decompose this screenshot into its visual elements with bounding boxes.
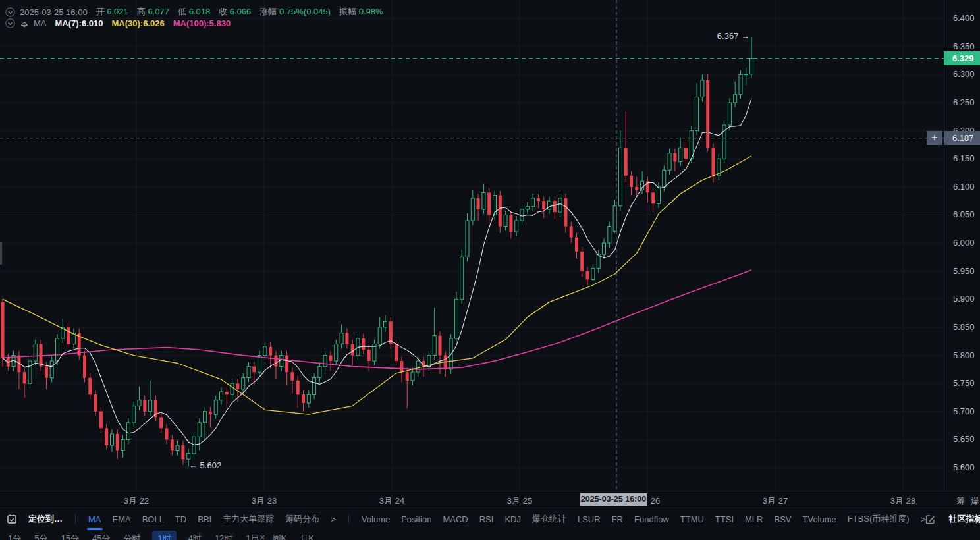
sub-indicator-tabs: VolumePositionMACDRSIKDJ爆仓统计LSURFRFundfl… (362, 513, 910, 525)
overlay-BOLL[interactable]: BOLL (142, 514, 164, 524)
timeframe-周K[interactable]: 周K (271, 531, 288, 540)
indicator-BSV[interactable]: BSV (774, 514, 791, 524)
timeframe-1日[interactable]: 1日 (244, 531, 260, 540)
date-axis[interactable]: 2025-03-25 16:00 筹 爆 3月 223月 233月 243月 2… (0, 491, 980, 508)
open-label: 开 (96, 7, 105, 16)
close-label: 收 (219, 7, 227, 16)
indicator-FTBS(币种维度)[interactable]: FTBS(币种维度) (848, 513, 910, 525)
overlay-indicator-tabs: MAEMABOLLTDBBI主力大单跟踪筹码分布 (88, 513, 319, 525)
date-tick-3月 22: 3月 22 (124, 495, 149, 507)
crosshair-plus-icon[interactable]: + (927, 131, 942, 145)
timeframe-月K[interactable]: 月K (298, 531, 315, 540)
indicator-Volume[interactable]: Volume (362, 514, 390, 524)
open-value: 6.021 (107, 7, 128, 16)
overlay-主力大单跟踪[interactable]: 主力大单跟踪 (223, 513, 274, 525)
high-value: 6.077 (148, 7, 169, 16)
overlay-BBI[interactable]: BBI (198, 514, 211, 524)
timeframe-1分[interactable]: 1分 (7, 531, 22, 540)
low-price-annotation: ← 5.602 (189, 460, 221, 470)
indicator-MACD[interactable]: MACD (443, 514, 468, 524)
timeframe-45分[interactable]: 45分 (91, 531, 111, 540)
community-indicators-button[interactable]: 社区指标 (948, 513, 980, 525)
ma100-value: MA(100):5.830 (173, 18, 231, 28)
date-tick-3月 23: 3月 23 (252, 495, 277, 507)
price-axis[interactable]: 6.4006.3506.3006.2506.2006.1506.1006.050… (944, 0, 980, 491)
trading-chart-window: 2025-03-25 16:00 开 6.021 高 6.077 低 6.018… (0, 0, 980, 540)
bell-icon[interactable] (20, 19, 29, 28)
overlay-MA[interactable]: MA (88, 514, 101, 524)
indicator-RSI[interactable]: RSI (479, 514, 494, 524)
calendar-locate-icon[interactable] (7, 514, 17, 524)
indicator-toolbar: 定位到… MAEMABOLLTDBBI主力大单跟踪筹码分布 > VolumePo… (0, 508, 980, 529)
partial-label-2: 爆 (971, 495, 979, 507)
indicator-FR[interactable]: FR (612, 514, 623, 524)
indicator-MLR[interactable]: MLR (745, 514, 763, 524)
price-tick-6.300: 6.300 (953, 69, 975, 79)
overlay-TD[interactable]: TD (175, 514, 186, 524)
date-tick-3月 28: 3月 28 (890, 495, 915, 507)
locate-button[interactable]: 定位到… (28, 513, 63, 525)
amplitude-value: 0.98% (359, 7, 383, 16)
candlestick-chart[interactable] (0, 0, 944, 491)
price-tick-5.950: 5.950 (953, 266, 975, 276)
low-label: 低 (178, 7, 186, 16)
left-resize-handle[interactable] (0, 242, 2, 265)
close-icon[interactable]: × (259, 530, 265, 540)
price-tick-6.150: 6.150 (953, 153, 975, 163)
collapse-icon[interactable] (5, 18, 15, 28)
overlay-EMA[interactable]: EMA (113, 514, 131, 524)
ma30-value: MA(30):6.026 (111, 18, 164, 28)
edit-icon[interactable] (925, 514, 935, 524)
crosshair-date-badge: 2025-03-25 16:00 (580, 493, 647, 506)
ma-legend: MA MA(7):6.010 MA(30):6.026 MA(100):5.83… (5, 18, 231, 28)
ma-group-label: MA (34, 18, 47, 28)
chevron-more-icon[interactable]: > (921, 514, 926, 524)
high-price-annotation: 6.367 → (697, 31, 749, 41)
indicator-TTMU[interactable]: TTMU (680, 514, 704, 524)
ma7-value: MA(7):6.010 (55, 18, 103, 28)
price-tick-6.350: 6.350 (953, 41, 975, 51)
partial-label-1: 筹 (956, 495, 965, 507)
indicator-TVolume[interactable]: TVolume (803, 514, 836, 524)
date-tick-3月 25: 3月 25 (507, 495, 532, 507)
price-tick-5.600: 5.600 (953, 462, 975, 472)
price-tick-5.650: 5.650 (953, 434, 975, 444)
change-value: 0.75%(0.045) (279, 7, 331, 16)
overlay-筹码分布[interactable]: 筹码分布 (285, 513, 319, 525)
price-tick-6.000: 6.000 (953, 238, 975, 248)
price-tick-5.850: 5.850 (953, 322, 975, 332)
indicator-LSUR[interactable]: LSUR (578, 514, 601, 524)
change-label: 涨幅 (259, 7, 277, 16)
divider (75, 514, 76, 524)
timeframe-12时[interactable]: 12时 (213, 531, 234, 540)
timeframe-bar: 1分5分15分45分分时1时4时12时1日周K月K (0, 529, 980, 540)
timeframe-分时[interactable]: 分时 (122, 531, 142, 540)
indicator-KDJ[interactable]: KDJ (504, 514, 521, 524)
price-tick-6.250: 6.250 (953, 97, 975, 107)
indicator-Fundflow[interactable]: Fundflow (634, 514, 669, 524)
low-value: 6.018 (189, 7, 211, 16)
high-label: 高 (137, 7, 146, 16)
ohlc-legend: 2025-03-25 16:00 开 6.021 高 6.077 低 6.018… (5, 6, 383, 18)
price-tick-5.800: 5.800 (953, 350, 975, 360)
timeframe-1时[interactable]: 1时 (152, 531, 176, 540)
indicator-爆仓统计[interactable]: 爆仓统计 (532, 513, 566, 525)
price-tick-6.400: 6.400 (953, 13, 975, 23)
price-tick-6.100: 6.100 (953, 182, 975, 192)
chevron-more-icon[interactable]: > (331, 514, 336, 524)
price-tick-5.900: 5.900 (953, 294, 975, 304)
amplitude-label: 振幅 (339, 7, 356, 16)
price-tick-6.050: 6.050 (953, 209, 975, 219)
timeframe-5分[interactable]: 5分 (33, 531, 49, 540)
candle-datetime: 2025-03-25 16:00 (20, 7, 88, 17)
indicator-TTSI[interactable]: TTSI (715, 514, 734, 524)
current-price-badge: 6.329 (944, 51, 980, 65)
date-tick-3月 24: 3月 24 (379, 495, 404, 507)
collapse-icon[interactable] (5, 7, 15, 17)
divider (348, 514, 349, 524)
close-value: 6.066 (230, 7, 252, 16)
indicator-Position[interactable]: Position (401, 514, 431, 524)
timeframe-15分[interactable]: 15分 (59, 531, 80, 540)
timeframe-4时[interactable]: 4时 (187, 531, 203, 540)
crosshair-price-badge: 6.187 (944, 131, 980, 145)
